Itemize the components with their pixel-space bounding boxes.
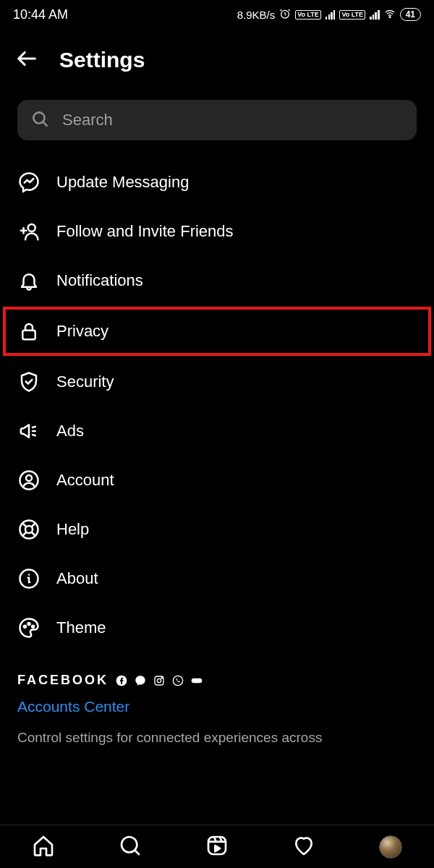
menu-item-label: Update Messaging — [56, 173, 189, 192]
menu-item-theme[interactable]: Theme — [0, 603, 434, 652]
nav-search[interactable] — [119, 834, 142, 860]
profile-avatar — [379, 835, 402, 859]
search-input[interactable] — [62, 111, 404, 129]
brand-label: FACEBOOK — [17, 673, 109, 688]
info-icon — [17, 567, 41, 590]
search-bar[interactable] — [17, 100, 417, 140]
menu-item-label: Help — [56, 520, 89, 539]
menu-item-ads[interactable]: Ads — [0, 407, 434, 456]
svg-point-6 — [26, 475, 32, 481]
svg-point-15 — [157, 678, 161, 682]
bell-icon — [17, 269, 41, 292]
page-header: Settings — [0, 29, 434, 100]
nav-reels[interactable] — [205, 834, 229, 860]
menu-item-label: Security — [56, 373, 114, 391]
wifi-icon — [384, 8, 396, 22]
menu-item-notifications[interactable]: Notifications — [0, 256, 434, 305]
menu-item-help[interactable]: Help — [0, 505, 434, 554]
shield-check-icon — [17, 370, 41, 393]
svg-point-8 — [25, 526, 33, 533]
svg-point-11 — [28, 623, 30, 625]
signal-icon-1 — [326, 9, 336, 20]
svg-rect-4 — [22, 331, 35, 340]
menu-item-security[interactable]: Security — [0, 357, 434, 407]
menu-item-label: Account — [56, 471, 114, 490]
svg-rect-18 — [192, 678, 203, 683]
menu-item-privacy[interactable]: Privacy — [3, 307, 431, 356]
menu-item-label: Theme — [56, 618, 106, 637]
menu-item-label: Ads — [56, 422, 84, 441]
network-speed: 8.9KB/s — [237, 9, 276, 21]
accounts-center-link[interactable]: Accounts Center — [0, 695, 434, 723]
facebook-section-header: FACEBOOK — [0, 652, 434, 695]
instagram-mini-icon — [153, 675, 165, 686]
whatsapp-mini-icon — [172, 675, 184, 686]
menu-item-label: Notifications — [56, 271, 143, 290]
battery-indicator: 41 — [400, 8, 421, 21]
user-circle-icon — [17, 469, 41, 492]
palette-icon — [17, 616, 41, 639]
accounts-center-description: Control settings for connected experienc… — [0, 723, 434, 747]
sim2-badge: Vo LTE — [339, 10, 365, 20]
nav-profile[interactable] — [379, 835, 402, 859]
oculus-mini-icon — [191, 675, 203, 686]
nav-activity[interactable] — [292, 834, 315, 860]
facebook-icon — [116, 675, 127, 686]
messenger-icon — [17, 171, 41, 194]
status-bar: 10:44 AM 8.9KB/s Vo LTE Vo LTE 41 — [0, 0, 434, 29]
menu-item-about[interactable]: About — [0, 554, 434, 603]
signal-icon-2 — [370, 9, 380, 20]
svg-rect-20 — [208, 837, 226, 854]
search-icon — [30, 109, 49, 131]
status-time: 10:44 AM — [13, 7, 68, 22]
alarm-icon — [279, 8, 291, 22]
back-button[interactable] — [14, 46, 39, 74]
sim1-badge: Vo LTE — [295, 10, 321, 20]
menu-item-label: About — [56, 569, 98, 588]
menu-item-follow-invite[interactable]: Follow and Invite Friends — [0, 207, 434, 256]
add-person-icon — [17, 220, 41, 243]
svg-point-17 — [173, 676, 182, 685]
page-title: Settings — [59, 48, 145, 72]
menu-item-label: Follow and Invite Friends — [56, 222, 234, 241]
settings-menu: Update Messaging Follow and Invite Frien… — [0, 140, 434, 652]
megaphone-icon — [17, 420, 41, 443]
svg-point-3 — [28, 224, 35, 231]
status-right: 8.9KB/s Vo LTE Vo LTE 41 — [237, 8, 421, 22]
lock-icon — [17, 320, 41, 343]
menu-item-update-messaging[interactable]: Update Messaging — [0, 158, 434, 207]
svg-point-16 — [161, 677, 162, 678]
lifebuoy-icon — [17, 518, 41, 541]
bottom-nav — [0, 825, 434, 868]
svg-point-10 — [24, 626, 26, 628]
menu-item-account[interactable]: Account — [0, 456, 434, 505]
nav-home[interactable] — [32, 834, 55, 860]
menu-item-label: Privacy — [56, 322, 109, 341]
svg-point-12 — [32, 626, 34, 628]
svg-point-1 — [389, 16, 391, 17]
messenger-mini-icon — [135, 675, 146, 686]
